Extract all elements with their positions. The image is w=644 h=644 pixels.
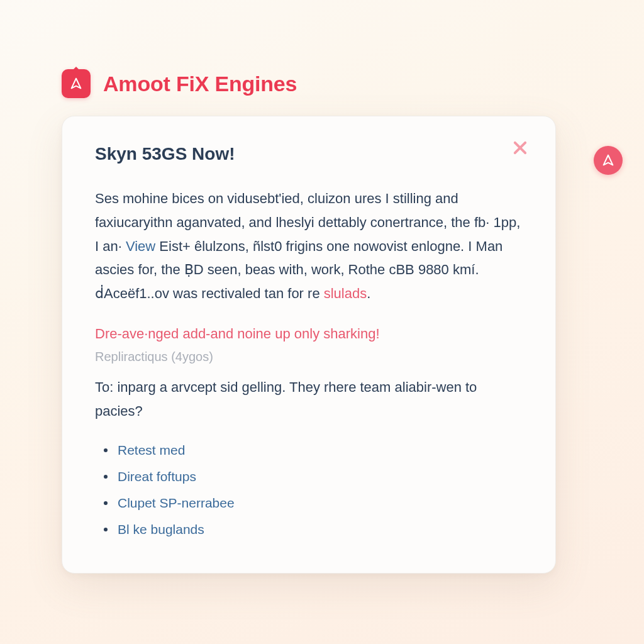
- logo-icon: [62, 69, 91, 98]
- inline-highlight: slulads: [324, 286, 367, 301]
- side-action-button[interactable]: [594, 146, 623, 175]
- body-text-span: Eist+ êlulzons, ñlst0 frigins one nowovi…: [95, 238, 502, 302]
- list-item[interactable]: Bl ke buglands: [118, 516, 523, 543]
- brand-title: Amoot FiX Engines: [103, 72, 297, 96]
- link-list: Retest medDireat foftupsClupet SP-nerrab…: [95, 437, 523, 543]
- emphasis-line: Dre-ave·nged add-and noine up only shark…: [95, 326, 523, 342]
- body-text-span: .: [367, 286, 370, 301]
- close-button[interactable]: [509, 136, 531, 159]
- list-item[interactable]: Direat foftups: [118, 464, 523, 490]
- card-body: Ses mohine bices on vidusebt'ied, cluizo…: [95, 187, 523, 306]
- question-text: To: inparg a arvcept sid gelling. They r…: [95, 375, 523, 423]
- header: Amoot FiX Engines: [62, 69, 644, 98]
- meta-line: Repliractiqus (4ygos): [95, 350, 523, 364]
- close-icon: [511, 139, 529, 157]
- inline-link[interactable]: View: [126, 238, 155, 254]
- info-card: Skyn 53GS Now! Ses mohine bices on vidus…: [62, 116, 556, 574]
- list-item[interactable]: Clupet SP-nerrabee: [118, 490, 523, 516]
- list-item[interactable]: Retest med: [118, 437, 523, 464]
- card-title: Skyn 53GS Now!: [95, 144, 523, 164]
- side-action-icon: [601, 153, 615, 167]
